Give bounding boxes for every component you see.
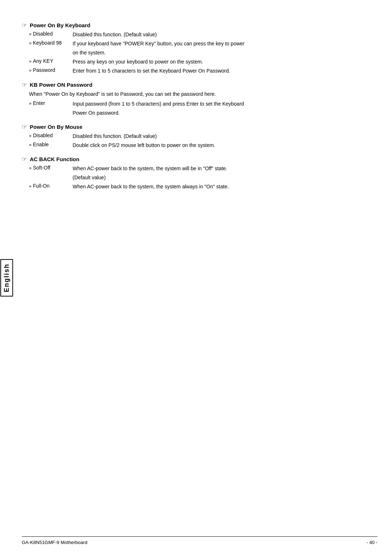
section-title-text: KB Power ON Password <box>30 82 93 88</box>
section-title-text: Power On By Mouse <box>30 124 82 130</box>
item-value-continuation: Power On password. <box>73 109 377 117</box>
item-value-continuation: on the system. <box>73 49 377 57</box>
item-value: Disabled this function. (Default value) <box>73 31 377 38</box>
item-value: If your keyboard have "POWER Key" button… <box>73 40 377 48</box>
section-title-power-on-by-keyboard: ☞Power On By Keyboard <box>22 22 377 29</box>
item-row: »Full-OnWhen AC-power back to the system… <box>22 183 377 191</box>
side-tab-label: English <box>0 259 13 297</box>
item-key-text: Keyboard 98 <box>33 40 62 46</box>
item-row: »PasswordEnter from 1 to 5 characters to… <box>22 67 377 75</box>
section-title-kb-power-on-password: ☞KB Power ON Password <box>22 81 377 88</box>
section-title-ac-back-function: ☞AC BACK Function <box>22 156 377 163</box>
item-value: Enter from 1 to 5 characters to set the … <box>73 67 377 75</box>
double-arrow-icon: » <box>29 68 32 73</box>
item-key: »Password <box>29 67 73 75</box>
item-key-text: Any KEY <box>33 58 53 64</box>
sections-container: ☞Power On By Keyboard»DisabledDisabled t… <box>22 22 377 191</box>
item-key-text: Full-On <box>33 183 50 189</box>
side-tab: English <box>0 0 13 556</box>
item-value: When AC-power back to the system, the sy… <box>73 165 377 172</box>
section-title-text: Power On By Keyboard <box>30 22 90 28</box>
section-note: When "Power On by Keyboard" is set to Pa… <box>22 90 377 98</box>
item-row: »EnterInput password (from 1 to 5 charac… <box>22 100 377 108</box>
item-key-text: Password <box>33 67 55 73</box>
item-value: Double click on PS/2 mouse left button t… <box>73 142 377 149</box>
double-arrow-icon: » <box>29 59 32 64</box>
item-row: »DisabledDisabled this function. (Defaul… <box>22 31 377 38</box>
item-key-text: Soft-Off <box>33 165 50 171</box>
item-key: »Disabled <box>29 132 73 140</box>
section-ac-back-function: ☞AC BACK Function»Soft-OffWhen AC-power … <box>22 156 377 191</box>
item-value: Press any keys on your keyboard to power… <box>73 58 377 66</box>
item-key-text: Enter <box>33 100 45 106</box>
item-key: »Disabled <box>29 31 73 38</box>
double-arrow-icon: » <box>29 32 32 37</box>
item-row: »EnableDouble click on PS/2 mouse left b… <box>22 142 377 149</box>
section-title-text: AC BACK Function <box>30 156 79 162</box>
circle-arrow-icon: ☞ <box>22 123 27 130</box>
footer: GA-K8N51GMF-9 Motherboard - 40 - <box>22 536 377 545</box>
footer-model: GA-K8N51GMF-9 Motherboard <box>22 540 87 545</box>
section-title-power-on-by-mouse: ☞Power On By Mouse <box>22 123 377 130</box>
item-key-text: Enable <box>33 142 49 147</box>
item-key: »Any KEY <box>29 58 73 66</box>
item-row: »DisabledDisabled this function. (Defaul… <box>22 132 377 140</box>
circle-arrow-icon: ☞ <box>22 156 27 163</box>
circle-arrow-icon: ☞ <box>22 81 27 88</box>
item-key: »Enter <box>29 100 73 108</box>
item-key-text: Disabled <box>33 31 53 37</box>
item-key: »Soft-Off <box>29 165 73 172</box>
double-arrow-icon: » <box>29 184 32 189</box>
double-arrow-icon: » <box>29 41 32 46</box>
item-key: »Full-On <box>29 183 73 191</box>
item-value: When AC-power back to the system, the sy… <box>73 183 377 191</box>
section-power-on-by-keyboard: ☞Power On By Keyboard»DisabledDisabled t… <box>22 22 377 75</box>
double-arrow-icon: » <box>29 101 32 106</box>
item-key: »Keyboard 98 <box>29 40 73 48</box>
item-value: Disabled this function. (Default value) <box>73 132 377 140</box>
double-arrow-icon: » <box>29 165 32 171</box>
item-row: »Keyboard 98If your keyboard have "POWER… <box>22 40 377 48</box>
section-kb-power-on-password: ☞KB Power ON PasswordWhen "Power On by K… <box>22 81 377 117</box>
double-arrow-icon: » <box>29 133 32 138</box>
item-value: Input password (from 1 to 5 characters) … <box>73 100 377 108</box>
item-row: »Any KEYPress any keys on your keyboard … <box>22 58 377 66</box>
item-row: »Soft-OffWhen AC-power back to the syste… <box>22 165 377 172</box>
circle-arrow-icon: ☞ <box>22 22 27 29</box>
section-power-on-by-mouse: ☞Power On By Mouse»DisabledDisabled this… <box>22 123 377 149</box>
item-value-continuation: (Default value) <box>73 174 377 181</box>
double-arrow-icon: » <box>29 142 32 147</box>
footer-page: - 40 - <box>367 540 377 545</box>
item-key: »Enable <box>29 142 73 149</box>
item-key-text: Disabled <box>33 132 53 138</box>
main-content: ☞Power On By Keyboard»DisabledDisabled t… <box>22 22 377 556</box>
